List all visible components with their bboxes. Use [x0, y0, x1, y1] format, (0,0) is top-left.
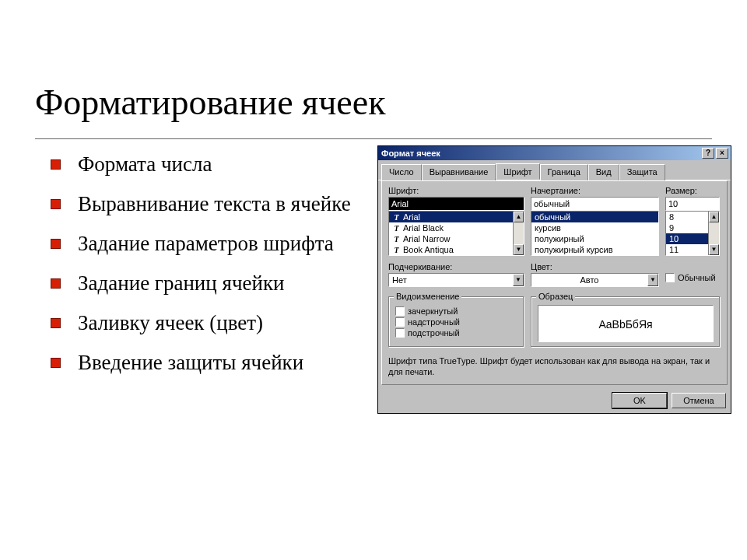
style-list[interactable]: обычный курсив полужирный полужирный кур… [531, 211, 659, 256]
cancel-button[interactable]: Отмена [672, 393, 726, 408]
style-input[interactable]: обычный [531, 197, 659, 211]
strike-label: зачеркнутый [408, 306, 458, 316]
color-dropdown[interactable]: Авто ▼ [531, 273, 659, 287]
preview-title: Образец [536, 292, 575, 301]
bullet-text: Введение защиты ячейки [78, 350, 303, 376]
size-list[interactable]: 8 9 10 11 ▲▼ [665, 211, 720, 256]
superscript-checkbox[interactable]: надстрочный [395, 317, 517, 327]
bullet-item: Задание границ ячейки [51, 271, 358, 296]
bullet-item: Введение защиты ячейки [51, 350, 358, 376]
bullet-text: Задание параметров шрифта [78, 231, 334, 257]
truetype-icon: T [392, 235, 401, 243]
close-button[interactable]: × [716, 148, 728, 159]
tab-border[interactable]: Граница [540, 164, 588, 180]
bullet-text: Формата числа [78, 152, 212, 177]
bullet-text: Задание границ ячейки [78, 271, 285, 296]
bullet-text: Выравнивание текста в ячейке [78, 191, 351, 217]
checkbox-icon [395, 328, 405, 338]
superscript-label: надстрочный [408, 317, 460, 327]
empty-label [665, 262, 731, 271]
scrollbar[interactable]: ▲▼ [513, 212, 524, 255]
bullet-icon [51, 358, 61, 368]
checkbox-icon [395, 317, 405, 327]
preview-group: Образец AaBbБбЯя [531, 296, 721, 348]
bullet-item: Задание параметров шрифта [51, 231, 358, 257]
format-cells-dialog: Формат ячеек ? × Число Выравнивание Шриф… [377, 145, 731, 414]
bullet-icon [51, 199, 61, 209]
ok-button[interactable]: OK [612, 393, 667, 408]
size-input[interactable]: 10 [665, 197, 720, 211]
font-list-item[interactable]: Arial Narrow [403, 234, 451, 243]
truetype-icon: T [392, 224, 401, 233]
color-label: Цвет: [531, 262, 659, 271]
scrollbar[interactable]: ▲▼ [708, 212, 719, 255]
color-value: Авто [531, 274, 647, 286]
style-list-item[interactable]: обычный [531, 212, 658, 222]
help-button[interactable]: ? [702, 148, 714, 159]
font-input[interactable]: Arial [388, 197, 524, 211]
underline-value: Нет [389, 274, 513, 286]
checkbox-icon [395, 306, 405, 316]
style-list-item[interactable]: полужирный курсив [531, 244, 658, 255]
size-label: Размер: [665, 186, 720, 195]
checkbox-icon [665, 273, 675, 282]
tab-body-font: Шрифт: Arial TArial TArial Black TArial … [381, 180, 728, 385]
subscript-label: подстрочный [408, 328, 460, 338]
bullet-item: Выравнивание текста в ячейке [51, 191, 358, 217]
underline-label: Подчеркивание: [388, 262, 524, 271]
tab-pattern[interactable]: Вид [588, 164, 619, 180]
bullet-icon [51, 278, 61, 289]
font-list-item[interactable]: Arial Black [403, 223, 444, 233]
dialog-titlebar[interactable]: Формат ячеек ? × [378, 146, 731, 160]
bullet-list: Формата числа Выравнивание текста в ячей… [51, 152, 358, 390]
font-list-item[interactable]: Arial [403, 212, 420, 222]
bullet-item: Формата числа [51, 152, 358, 177]
scroll-down-icon[interactable]: ▼ [709, 244, 719, 255]
tab-number[interactable]: Число [381, 164, 422, 180]
dialog-title: Формат ячеек [381, 149, 700, 158]
style-list-item[interactable]: курсив [531, 222, 658, 233]
slide-title: Форматирование ячеек [35, 82, 386, 123]
bullet-icon [51, 159, 61, 170]
tabs: Число Выравнивание Шрифт Граница Вид Защ… [378, 160, 731, 180]
preview-box: AaBbБбЯя [538, 305, 714, 342]
tab-alignment[interactable]: Выравнивание [422, 164, 496, 180]
underline-dropdown[interactable]: Нет ▼ [388, 273, 524, 287]
style-label: Начертание: [531, 186, 659, 195]
scroll-down-icon[interactable]: ▼ [514, 244, 524, 255]
truetype-icon: T [392, 213, 401, 222]
bullet-icon [51, 239, 61, 249]
font-list[interactable]: TArial TArial Black TArial Narrow TBook … [388, 211, 524, 256]
effects-title: Видоизменение [394, 292, 461, 301]
chevron-down-icon[interactable]: ▼ [647, 274, 658, 286]
chevron-down-icon[interactable]: ▼ [513, 274, 524, 286]
bullet-icon [51, 318, 61, 328]
dialog-buttons: OK Отмена [378, 388, 731, 413]
strike-checkbox[interactable]: зачеркнутый [395, 306, 517, 316]
font-label: Шрифт: [388, 186, 524, 195]
effects-group: Видоизменение зачеркнутый надстрочный по… [388, 296, 524, 348]
footnote: Шрифт типа TrueType. Шрифт будет использ… [388, 355, 721, 378]
font-list-item[interactable]: Book Antiqua [403, 245, 454, 254]
title-rule [35, 138, 712, 139]
tab-font[interactable]: Шрифт [496, 163, 539, 180]
subscript-checkbox[interactable]: подстрочный [395, 328, 517, 338]
normal-font-label: Обычный [678, 273, 716, 282]
truetype-icon: T [392, 246, 401, 254]
normal-font-checkbox[interactable]: Обычный [665, 273, 731, 282]
bullet-item: Заливку ячеек (цвет) [51, 310, 358, 336]
scroll-up-icon[interactable]: ▲ [709, 212, 719, 222]
scroll-up-icon[interactable]: ▲ [514, 212, 524, 222]
tab-protection[interactable]: Защита [619, 164, 665, 180]
bullet-text: Заливку ячеек (цвет) [78, 310, 263, 336]
style-list-item[interactable]: полужирный [531, 233, 658, 244]
